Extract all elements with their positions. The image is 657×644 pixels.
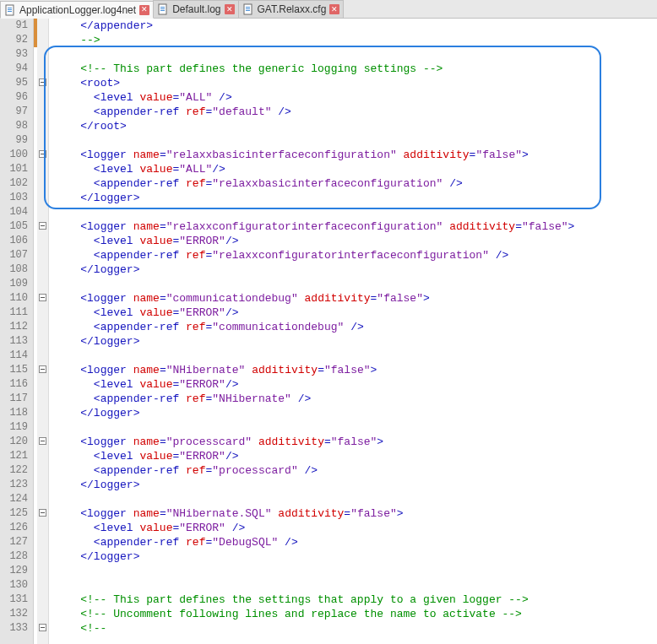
fold-cell bbox=[37, 47, 48, 62]
fold-cell bbox=[37, 463, 48, 478]
line-number: 118 bbox=[0, 406, 28, 420]
svg-rect-11 bbox=[246, 10, 250, 11]
code-line[interactable]: <appender-ref ref="relaxxbasicinterfacec… bbox=[54, 176, 657, 191]
fold-cell bbox=[37, 277, 48, 291]
code-line[interactable]: <!-- This part defines the settings that… bbox=[54, 593, 657, 607]
fold-cell bbox=[37, 162, 48, 176]
line-number: 125 bbox=[0, 506, 28, 521]
fold-cell bbox=[37, 291, 48, 306]
code-line[interactable]: <level value="ALL"/> bbox=[54, 162, 657, 176]
fold-cell bbox=[37, 578, 48, 593]
code-line[interactable]: <level value="ALL" /> bbox=[54, 90, 657, 105]
line-number: 103 bbox=[0, 191, 28, 205]
code-line[interactable]: </logger> bbox=[54, 334, 657, 349]
fold-toggle-icon[interactable] bbox=[39, 365, 46, 373]
fold-toggle-icon[interactable] bbox=[39, 509, 46, 517]
code-line[interactable]: </appender> bbox=[54, 19, 657, 33]
editor-area: 9192939495969798991001011021031041051061… bbox=[0, 19, 657, 644]
code-line[interactable]: <appender-ref ref="default" /> bbox=[54, 105, 657, 119]
code-line[interactable]: <!-- bbox=[54, 621, 657, 636]
fold-cell bbox=[37, 262, 48, 277]
code-line[interactable]: <logger name="communicationdebug" additi… bbox=[54, 291, 657, 306]
line-number: 126 bbox=[0, 521, 28, 535]
code-line[interactable]: <!-- Uncomment following lines and repla… bbox=[54, 607, 657, 621]
fold-cell bbox=[37, 191, 48, 205]
code-line[interactable]: <logger name="NHibernate.SQL" additivity… bbox=[54, 506, 657, 521]
fold-cell bbox=[37, 593, 48, 607]
file-tab[interactable]: ApplicationLogger.log4net✕ bbox=[0, 1, 154, 19]
code-line[interactable]: <appender-ref ref="relaxxconfiguratorint… bbox=[54, 248, 657, 262]
svg-rect-7 bbox=[160, 10, 165, 11]
fold-cell bbox=[37, 564, 48, 578]
line-number: 99 bbox=[0, 133, 28, 148]
line-number: 102 bbox=[0, 176, 28, 191]
code-line[interactable]: <appender-ref ref="processcard" /> bbox=[54, 463, 657, 478]
code-line[interactable]: <level value="ERROR"/> bbox=[54, 234, 657, 248]
fold-toggle-icon[interactable] bbox=[39, 624, 46, 631]
close-icon[interactable]: ✕ bbox=[225, 4, 235, 14]
fold-cell bbox=[37, 19, 48, 33]
fold-toggle-icon[interactable] bbox=[39, 437, 46, 445]
code-line[interactable]: <root> bbox=[54, 76, 657, 90]
code-line[interactable]: <level value="ERROR"/> bbox=[54, 377, 657, 392]
fold-toggle-icon[interactable] bbox=[39, 150, 46, 158]
fold-toggle-icon[interactable] bbox=[39, 222, 46, 230]
svg-rect-1 bbox=[8, 8, 12, 8]
line-number: 109 bbox=[0, 277, 28, 291]
code-line[interactable]: </logger> bbox=[54, 549, 657, 564]
code-line[interactable]: </logger> bbox=[54, 478, 657, 492]
line-number: 127 bbox=[0, 535, 28, 549]
line-number: 98 bbox=[0, 119, 28, 133]
code-line[interactable]: <appender-ref ref="communicationdebug" /… bbox=[54, 320, 657, 334]
fold-cell bbox=[37, 363, 48, 377]
fold-cell bbox=[37, 62, 48, 76]
code-line[interactable] bbox=[54, 349, 657, 363]
code-line[interactable] bbox=[54, 492, 657, 506]
line-number: 96 bbox=[0, 90, 28, 105]
code-line[interactable]: <appender-ref ref="NHibernate" /> bbox=[54, 392, 657, 406]
file-tab[interactable]: Default.log✕ bbox=[153, 0, 238, 18]
code-line[interactable] bbox=[54, 205, 657, 219]
code-line[interactable]: <level value="ERROR"/> bbox=[54, 449, 657, 463]
file-icon bbox=[4, 4, 16, 16]
code-line[interactable]: <!-- This part defines the generic loggi… bbox=[54, 62, 657, 76]
code-line[interactable]: </logger> bbox=[54, 262, 657, 277]
line-number: 123 bbox=[0, 478, 28, 492]
fold-cell bbox=[37, 148, 48, 162]
fold-cell bbox=[37, 406, 48, 420]
fold-cell bbox=[37, 521, 48, 535]
code-line[interactable]: <level value="ERROR" /> bbox=[54, 521, 657, 535]
code-line[interactable]: <logger name="NHibernate" additivity="fa… bbox=[54, 363, 657, 377]
line-number: 105 bbox=[0, 219, 28, 234]
fold-cell bbox=[37, 76, 48, 90]
code-line[interactable]: </logger> bbox=[54, 191, 657, 205]
code-line[interactable] bbox=[54, 420, 657, 435]
fold-cell bbox=[37, 90, 48, 105]
line-number: 93 bbox=[0, 47, 28, 62]
fold-toggle-icon[interactable] bbox=[39, 294, 46, 301]
fold-cell bbox=[37, 420, 48, 435]
code-line[interactable]: <appender-ref ref="DebugSQL" /> bbox=[54, 535, 657, 549]
code-line[interactable] bbox=[54, 564, 657, 578]
fold-cell bbox=[37, 535, 48, 549]
code-area[interactable]: </appender> --> <!-- This part defines t… bbox=[49, 19, 657, 644]
code-line[interactable]: <level value="ERROR"/> bbox=[54, 306, 657, 320]
code-line[interactable] bbox=[54, 578, 657, 593]
code-line[interactable]: </logger> bbox=[54, 406, 657, 420]
fold-cell bbox=[37, 549, 48, 564]
file-tab[interactable]: GAT.Relaxx.cfg✕ bbox=[238, 0, 345, 18]
code-line[interactable] bbox=[54, 277, 657, 291]
code-line[interactable] bbox=[54, 133, 657, 148]
line-number: 120 bbox=[0, 435, 28, 449]
line-number: 122 bbox=[0, 463, 28, 478]
line-number: 121 bbox=[0, 449, 28, 463]
code-line[interactable]: <logger name="processcard" additivity="f… bbox=[54, 435, 657, 449]
code-line[interactable]: --> bbox=[54, 33, 657, 47]
code-line[interactable]: <logger name="relaxxconfiguratorinterfac… bbox=[54, 219, 657, 234]
fold-toggle-icon[interactable] bbox=[39, 78, 46, 86]
close-icon[interactable]: ✕ bbox=[329, 4, 339, 14]
code-line[interactable] bbox=[54, 47, 657, 62]
code-line[interactable]: <logger name="relaxxbasicinterfaceconfig… bbox=[54, 148, 657, 162]
close-icon[interactable]: ✕ bbox=[139, 5, 149, 15]
code-line[interactable]: </root> bbox=[54, 119, 657, 133]
